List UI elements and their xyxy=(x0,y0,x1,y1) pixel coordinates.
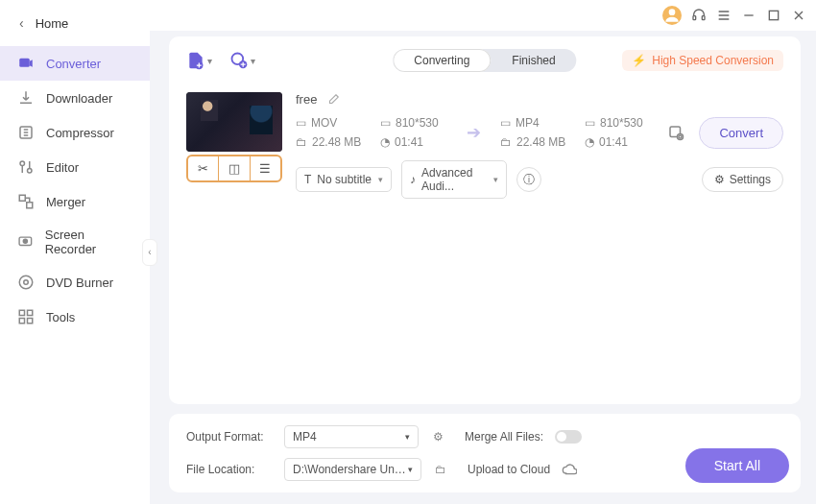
minimize-icon[interactable] xyxy=(741,8,756,23)
svg-rect-0 xyxy=(19,59,30,67)
open-folder-button[interactable]: 🗀 xyxy=(433,462,448,477)
downloader-icon xyxy=(17,89,35,107)
clock-icon: ◔ xyxy=(380,135,390,149)
settings-label: Settings xyxy=(730,173,771,186)
video-icon: ▭ xyxy=(296,116,306,130)
source-size: 22.48 MB xyxy=(312,135,361,149)
source-duration: 01:41 xyxy=(395,135,423,149)
status-tabs: Converting Finished xyxy=(393,49,576,72)
hsc-label: High Speed Conversion xyxy=(652,54,774,67)
sidebar-item-compressor[interactable]: Compressor xyxy=(0,115,150,150)
chevron-down-icon: ▾ xyxy=(405,432,410,442)
add-url-icon xyxy=(229,51,249,70)
crop-button[interactable]: ◫ xyxy=(219,156,250,180)
subtitle-icon: T xyxy=(304,173,311,186)
add-file-button[interactable]: ▾ xyxy=(186,51,212,70)
merger-icon xyxy=(17,193,35,210)
upload-cloud-label: Upload to Cloud xyxy=(468,463,550,476)
sidebar-item-dvd-burner[interactable]: DVD Burner xyxy=(0,265,150,300)
maximize-icon[interactable] xyxy=(766,8,781,23)
svg-point-3 xyxy=(28,169,33,174)
format-settings-button[interactable]: ⚙ xyxy=(430,429,445,444)
tab-finished[interactable]: Finished xyxy=(491,49,576,72)
user-avatar-icon[interactable] xyxy=(662,6,682,25)
output-format-value: MP4 xyxy=(293,430,317,444)
item-settings-dropdown[interactable]: ⚙ Settings xyxy=(702,167,783,192)
folder-icon: 🗀 xyxy=(500,135,512,149)
item-settings-button[interactable] xyxy=(667,124,684,141)
sidebar-item-screen-recorder[interactable]: Screen Recorder xyxy=(0,219,150,265)
resolution-icon: ▭ xyxy=(380,116,391,130)
sidebar-item-editor[interactable]: Editor xyxy=(0,150,150,184)
gear-icon: ⚙ xyxy=(714,173,725,186)
dvd-burner-icon xyxy=(17,274,35,291)
target-format: MP4 xyxy=(516,116,540,130)
svg-rect-15 xyxy=(693,16,696,20)
sidebar-item-label: Screen Recorder xyxy=(45,228,132,256)
more-tools-button[interactable]: ☰ xyxy=(251,156,280,180)
svg-point-8 xyxy=(19,276,33,289)
headset-icon[interactable] xyxy=(691,8,707,23)
audio-select[interactable]: ♪ Advanced Audi... ▾ xyxy=(401,160,507,199)
svg-rect-16 xyxy=(702,16,705,20)
crop-icon: ◫ xyxy=(228,161,240,176)
chevron-down-icon: ▾ xyxy=(207,56,212,66)
video-thumbnail[interactable] xyxy=(186,92,282,152)
main-area: ‹ ▾ ▾ xyxy=(150,0,816,504)
clock-icon: ◔ xyxy=(585,135,594,149)
sidebar: ‹ Home Converter Downloader Compressor E… xyxy=(0,0,150,504)
tab-converting[interactable]: Converting xyxy=(393,49,491,72)
add-file-icon xyxy=(186,51,205,70)
editor-icon xyxy=(17,158,35,176)
svg-point-14 xyxy=(669,9,676,15)
cloud-upload-button[interactable] xyxy=(562,462,577,477)
chevron-down-icon: ▾ xyxy=(251,56,255,66)
home-label: Home xyxy=(36,16,69,31)
sidebar-item-merger[interactable]: Merger xyxy=(0,184,150,219)
target-meta: ▭MP4 ▭810*530 🗀22.48 MB ◔01:41 xyxy=(500,116,652,149)
start-all-button[interactable]: Start All xyxy=(685,448,789,483)
edit-title-button[interactable] xyxy=(326,93,340,107)
file-location-value: D:\Wondershare UniConverter 1 xyxy=(293,463,408,476)
sidebar-item-downloader[interactable]: Downloader xyxy=(0,81,150,115)
sidebar-item-tools[interactable]: Tools xyxy=(0,300,150,334)
chevron-down-icon: ▾ xyxy=(493,175,498,184)
trim-button[interactable]: ✂ xyxy=(188,156,219,180)
target-resolution: 810*530 xyxy=(600,116,643,130)
svg-rect-4 xyxy=(19,195,25,201)
target-size: 22.48 MB xyxy=(516,135,565,149)
svg-rect-11 xyxy=(28,310,33,315)
close-icon[interactable] xyxy=(791,8,806,23)
thumb-tools: ✂ ◫ ☰ xyxy=(186,155,282,182)
sidebar-item-label: DVD Burner xyxy=(46,276,113,290)
high-speed-conversion-button[interactable]: ⚡ High Speed Conversion xyxy=(622,50,783,71)
svg-rect-17 xyxy=(769,11,778,19)
home-nav[interactable]: ‹ Home xyxy=(0,8,150,38)
item-title: free xyxy=(296,92,317,107)
svg-rect-13 xyxy=(28,319,33,324)
back-icon: ‹ xyxy=(19,15,24,31)
file-location-select[interactable]: D:\Wondershare UniConverter 1 ▾ xyxy=(284,458,421,481)
sidebar-item-label: Compressor xyxy=(46,126,114,140)
menu-icon[interactable] xyxy=(716,8,732,23)
source-meta: ▭MOV ▭810*530 🗀22.48 MB ◔01:41 xyxy=(296,116,447,149)
output-format-label: Output Format: xyxy=(186,430,273,444)
sidebar-item-converter[interactable]: Converter xyxy=(0,46,150,81)
scissors-icon: ✂ xyxy=(198,161,208,176)
svg-point-2 xyxy=(20,161,25,166)
merge-toggle[interactable] xyxy=(555,430,582,444)
subtitle-select[interactable]: T No subtitle ▾ xyxy=(296,167,392,192)
svg-rect-10 xyxy=(19,310,24,315)
list-icon: ☰ xyxy=(259,161,271,176)
sidebar-collapse-handle[interactable]: ‹ xyxy=(142,239,157,266)
resolution-icon: ▭ xyxy=(585,116,595,130)
output-format-select[interactable]: MP4 ▾ xyxy=(284,425,419,448)
convert-button[interactable]: Convert xyxy=(699,117,783,149)
sidebar-item-label: Downloader xyxy=(46,91,112,106)
source-resolution: 810*530 xyxy=(396,116,439,130)
conversion-item: ✂ ◫ ☰ free ▭MOV ▭810*530 xyxy=(186,92,783,199)
add-url-button[interactable]: ▾ xyxy=(229,51,255,70)
target-duration: 01:41 xyxy=(599,135,628,149)
info-button[interactable]: ⓘ xyxy=(516,167,541,192)
subtitle-value: No subtitle xyxy=(317,173,372,186)
